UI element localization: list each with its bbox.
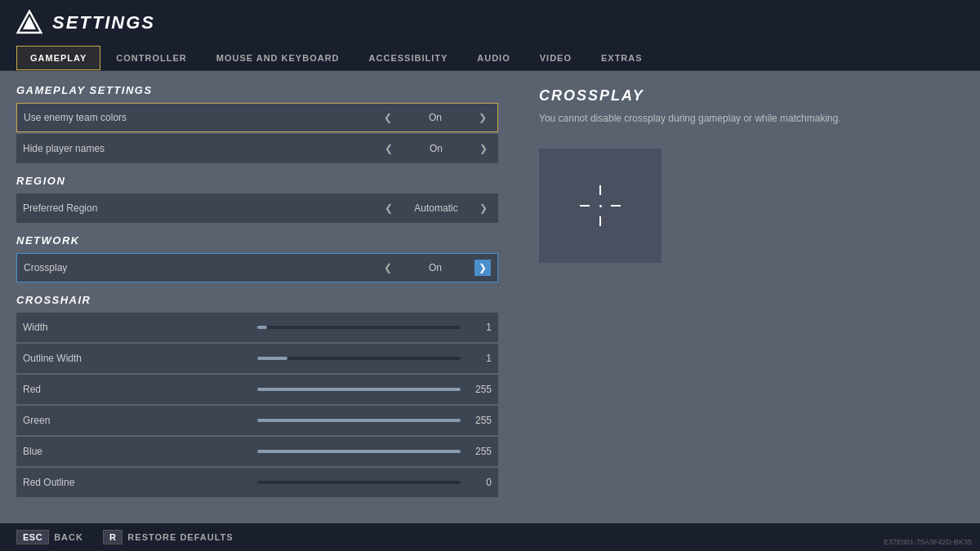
- crosshair-bottom-line: [599, 216, 601, 226]
- width-slider-track[interactable]: [257, 326, 461, 329]
- footer: ESC BACK R RESTORE DEFAULTS: [0, 523, 980, 551]
- enemy-colors-label: Use enemy team colors: [24, 112, 380, 123]
- red-slider-fill: [257, 388, 461, 391]
- restore-label: RESTORE DEFAULTS: [127, 532, 233, 542]
- main-content: GAMEPLAY SETTINGS Use enemy team colors …: [0, 71, 980, 523]
- outline-width-slider-track[interactable]: [257, 357, 461, 360]
- back-footer-item: ESC BACK: [16, 530, 83, 544]
- outline-width-slider-container[interactable]: 1: [257, 353, 492, 364]
- green-row: Green 255: [16, 406, 498, 435]
- back-key: ESC: [16, 530, 49, 544]
- tab-accessibility[interactable]: ACCESSIBILITY: [355, 46, 462, 70]
- tabs-bar: GAMEPLAY CONTROLLER MOUSE AND KEYBOARD A…: [0, 46, 980, 71]
- red-row: Red 255: [16, 375, 498, 404]
- width-row: Width 1: [16, 313, 498, 342]
- left-panel: GAMEPLAY SETTINGS Use enemy team colors …: [0, 71, 514, 523]
- blue-slider-container[interactable]: 255: [257, 446, 492, 457]
- hide-names-value: On: [403, 143, 469, 154]
- hide-player-names-label: Hide player names: [23, 143, 381, 154]
- app-container: SETTINGS GAMEPLAY CONTROLLER MOUSE AND K…: [0, 0, 980, 551]
- outline-width-slider-fill: [257, 357, 287, 360]
- network-header: NETWORK: [16, 234, 498, 247]
- region-header: REGION: [16, 175, 498, 187]
- crossplay-control: ❮ On ❯: [380, 260, 491, 276]
- crosshair-right-line: [611, 205, 621, 207]
- crosshair-top-line: [599, 185, 601, 195]
- enemy-colors-control: ❮ On ❯: [380, 109, 491, 126]
- crosshair-preview: [539, 149, 662, 263]
- region-value: Automatic: [403, 202, 469, 214]
- blue-row: Blue 255: [16, 437, 498, 466]
- red-slider-container[interactable]: 255: [257, 384, 492, 395]
- red-outline-label: Red Outline: [23, 477, 257, 488]
- crossplay-description: You cannot disable crossplay during game…: [539, 113, 956, 124]
- restore-key: R: [103, 530, 122, 544]
- page-title: SETTINGS: [52, 12, 155, 33]
- red-outline-slider-track[interactable]: [257, 481, 461, 484]
- right-panel: CROSSPLAY You cannot disable crossplay d…: [514, 71, 980, 523]
- red-slider-track[interactable]: [257, 388, 461, 391]
- region-left-arrow[interactable]: ❮: [381, 200, 397, 216]
- crossplay-panel-title: CROSSPLAY: [539, 87, 956, 104]
- build-id: E37E001-75A3F42D-BK35: [884, 538, 972, 546]
- crosshair-widget: [580, 185, 621, 226]
- header: SETTINGS: [0, 0, 980, 46]
- restore-footer-item: R RESTORE DEFAULTS: [103, 530, 234, 544]
- red-value: 255: [467, 384, 492, 395]
- outline-width-label: Outline Width: [23, 353, 257, 364]
- region-right-arrow[interactable]: ❯: [475, 200, 492, 216]
- crossplay-value: On: [403, 262, 468, 273]
- crosshair-left-line: [580, 205, 590, 207]
- blue-slider-fill: [257, 450, 461, 453]
- red-outline-slider-container[interactable]: 0: [257, 477, 492, 488]
- enemy-colors-value: On: [403, 112, 468, 123]
- width-value: 1: [467, 322, 492, 333]
- green-value: 255: [467, 415, 492, 426]
- tab-gameplay[interactable]: GAMEPLAY: [16, 46, 100, 70]
- blue-label: Blue: [23, 446, 257, 457]
- enemy-colors-right-arrow[interactable]: ❯: [474, 109, 491, 126]
- tab-mouse-keyboard[interactable]: MOUSE AND KEYBOARD: [203, 46, 354, 70]
- enemy-colors-left-arrow[interactable]: ❮: [380, 109, 396, 126]
- crossplay-left-arrow[interactable]: ❮: [380, 260, 396, 276]
- crossplay-row[interactable]: Crossplay ❮ On ❯: [16, 253, 498, 282]
- tab-controller[interactable]: CONTROLLER: [102, 46, 200, 70]
- tab-video[interactable]: VIDEO: [526, 46, 586, 70]
- outline-width-value: 1: [467, 353, 492, 364]
- width-label: Width: [23, 322, 257, 333]
- green-slider-container[interactable]: 255: [257, 415, 492, 426]
- enemy-colors-row[interactable]: Use enemy team colors ❮ On ❯: [16, 103, 498, 132]
- green-label: Green: [23, 415, 257, 426]
- blue-slider-track[interactable]: [257, 450, 461, 453]
- tab-audio[interactable]: AUDIO: [463, 46, 523, 70]
- hide-player-names-control: ❮ On ❯: [381, 140, 492, 157]
- crosshair-center-dot: [599, 205, 602, 207]
- crossplay-label: Crossplay: [24, 262, 380, 273]
- tab-extras[interactable]: EXTRAS: [587, 46, 657, 70]
- crosshair-header: CROSSHAIR: [16, 294, 498, 306]
- red-outline-value: 0: [467, 477, 492, 488]
- back-label: BACK: [54, 532, 83, 542]
- hide-names-left-arrow[interactable]: ❮: [381, 140, 397, 157]
- gameplay-settings-header: GAMEPLAY SETTINGS: [16, 84, 498, 96]
- logo-icon: [16, 10, 42, 36]
- red-outline-row: Red Outline 0: [16, 468, 498, 497]
- hide-player-names-row[interactable]: Hide player names ❮ On ❯: [16, 134, 498, 163]
- preferred-region-label: Preferred Region: [23, 202, 381, 214]
- hide-names-right-arrow[interactable]: ❯: [475, 140, 492, 157]
- crossplay-right-arrow[interactable]: ❯: [474, 260, 491, 276]
- blue-value: 255: [467, 446, 492, 457]
- green-slider-track[interactable]: [257, 419, 461, 422]
- width-slider-container[interactable]: 1: [257, 322, 492, 333]
- width-slider-fill: [257, 326, 267, 329]
- preferred-region-row[interactable]: Preferred Region ❮ Automatic ❯: [16, 193, 498, 223]
- outline-width-row: Outline Width 1: [16, 344, 498, 373]
- preferred-region-control: ❮ Automatic ❯: [381, 200, 492, 216]
- red-label: Red: [23, 384, 257, 395]
- green-slider-fill: [257, 419, 461, 422]
